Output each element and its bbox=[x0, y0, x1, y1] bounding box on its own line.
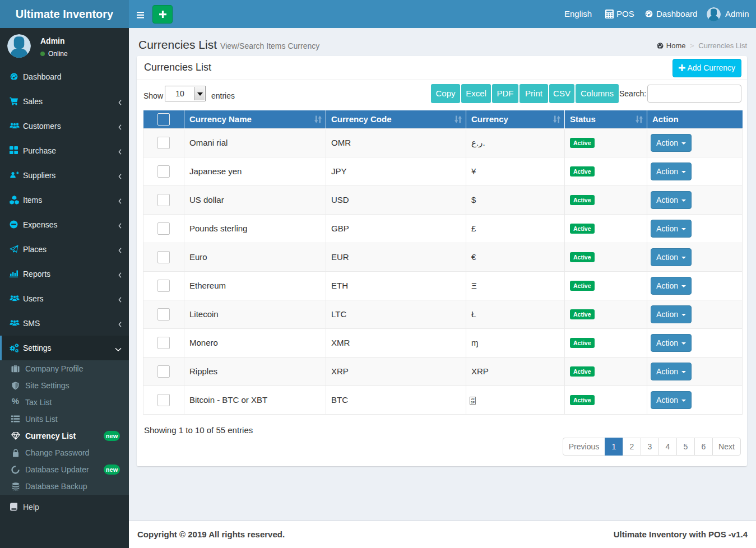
svg-text:BF: BF bbox=[471, 401, 475, 404]
